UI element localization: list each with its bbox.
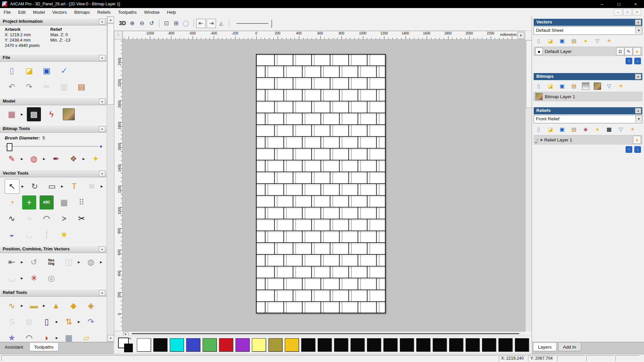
zoom-fit-button[interactable]: ⊞ — [172, 19, 180, 28]
zero-plane-flyout-arrow[interactable]: ▶ — [43, 304, 46, 307]
offset-relief-flyout-arrow[interactable]: ▶ — [56, 320, 58, 323]
fit-arcs-icon[interactable]: ◡ — [22, 228, 36, 242]
palette-swatch-10[interactable] — [285, 338, 299, 352]
undo-icon[interactable]: ↶ — [5, 80, 19, 94]
zero-plane-icon[interactable]: ▬ — [27, 299, 41, 313]
colour-link-icon[interactable]: ∞ — [129, 336, 131, 340]
nesting-icon[interactable]: Nes ting — [44, 255, 58, 269]
palette-swatch-11[interactable] — [301, 338, 315, 352]
save-vector-layer-icon[interactable]: ▣ — [558, 37, 567, 45]
texture-relief-icon[interactable]: ▦ — [62, 331, 76, 342]
zoom-out-button[interactable]: ⊖ — [138, 19, 146, 28]
collapse-relief-tools-button[interactable]: ▲ — [99, 290, 105, 296]
cut-icon[interactable]: ✂ — [40, 80, 54, 94]
bitmap-layer-row[interactable]: Bitmap Layer 1 — [534, 92, 642, 101]
text-on-curve-icon[interactable]: ↺ — [27, 255, 41, 269]
palette-swatch-13[interactable] — [334, 338, 348, 352]
paint-tool-icon[interactable]: ✎ — [5, 152, 19, 166]
align-vectors-icon[interactable]: ⇤ — [5, 255, 19, 269]
delete-bitmap-layer-icon[interactable]: ▽ — [605, 82, 613, 90]
line-width-slider[interactable] — [236, 23, 268, 24]
line-width-handle[interactable]: ⌡ — [270, 19, 274, 27]
zoom-previous-button[interactable]: ↺ — [147, 19, 156, 28]
palette-swatch-5[interactable] — [203, 338, 217, 352]
tab-toolpaths[interactable]: Toolpaths — [29, 343, 59, 351]
mdi-restore-button[interactable]: □ — [623, 9, 632, 15]
view-3d-button[interactable]: 3D — [118, 19, 127, 28]
move-relief-down-button[interactable]: ↓ — [634, 146, 641, 153]
canvas-hscroll-thumb[interactable] — [132, 333, 519, 334]
merge-vector-layers-icon[interactable]: ▤ — [570, 37, 578, 45]
close-button[interactable]: × — [627, 0, 644, 8]
menu-reliefs[interactable]: Reliefs — [94, 8, 114, 16]
relief-texture-icon[interactable]: ▩ — [605, 125, 613, 134]
vector-layer-row[interactable]: ● Default Layer Ω ✎ ● — [534, 47, 642, 56]
fit-vectors-to-bitmap-icon[interactable]: ≋ — [85, 179, 99, 193]
set-lighting-icon[interactable]: ϟ — [44, 107, 58, 121]
palette-swatch-1[interactable] — [137, 338, 151, 352]
colour-palette-icon[interactable]: ❖ — [66, 152, 80, 166]
next-bitmap-layer-button[interactable]: ⇥ — [207, 19, 216, 28]
collapse-vectors-button[interactable]: ▲ — [635, 19, 641, 25]
collapse-reliefs-button[interactable]: ▲ — [635, 108, 641, 114]
group-vectors-flyout-arrow[interactable]: ▶ — [78, 260, 80, 264]
vector-sheet-dropdown[interactable]: Default Sheet ▼ — [534, 26, 642, 35]
collapse-project-information-button[interactable]: ▲ — [99, 19, 105, 24]
paste-icon[interactable]: ▤ — [74, 80, 89, 94]
zoom-box-button[interactable]: ⊡ — [162, 19, 171, 28]
add-relief-icon[interactable]: ▲ — [49, 299, 63, 313]
scroll-up-button[interactable]: ▲ — [107, 16, 114, 23]
interlocking-vectors-icon[interactable]: ◎ — [44, 271, 58, 285]
transform-vectors-icon[interactable]: ↻ — [28, 179, 42, 193]
weld-vectors-icon[interactable]: ◍ — [84, 255, 98, 269]
stack-reliefs-icon[interactable]: ◈ — [581, 125, 590, 134]
dropdown-arrow-icon[interactable]: ▼ — [635, 27, 642, 34]
toggle-relief-visibility-icon[interactable]: ● — [593, 125, 602, 134]
layer-lock-icon[interactable]: Ω — [616, 47, 624, 55]
scale-relief-height-icon[interactable]: ⇅ — [62, 315, 76, 329]
mdi-minimize-button[interactable]: – — [614, 9, 623, 15]
invert-model-icon[interactable]: ▩ — [27, 107, 41, 121]
palette-swatch-2[interactable] — [153, 338, 167, 352]
menu-window[interactable]: Window — [141, 8, 163, 16]
new-bitmap-layer-icon[interactable]: ▯ — [534, 82, 543, 90]
collapse-bitmaps-button[interactable]: ▲ — [635, 74, 641, 79]
collapse-vector-tools-button[interactable]: ▲ — [99, 171, 105, 176]
new-relief-layer-icon[interactable]: ▯ — [534, 125, 543, 134]
maximize-button[interactable]: □ — [610, 0, 627, 8]
merge-bitmap-layers-icon[interactable]: ▤ — [570, 82, 578, 90]
open-bitmap-layer-icon[interactable]: ◪ — [546, 82, 555, 90]
align-vectors-flyout-arrow[interactable]: ▶ — [21, 260, 23, 264]
vector-layer-colour-swatch[interactable]: ● — [535, 48, 543, 55]
block-copy-rotate-icon[interactable]: + — [22, 195, 36, 209]
join-vectors-icon[interactable]: ∫ — [40, 228, 54, 242]
merge-highest-icon[interactable]: ◆ — [66, 299, 80, 313]
brush-diameter-slider[interactable] — [5, 143, 102, 150]
sculpt-icon[interactable]: S — [5, 315, 19, 329]
toggle-layer-visibility-icon[interactable]: ● — [581, 37, 590, 45]
brush-slider-handle[interactable] — [7, 143, 12, 151]
set-model-size-icon[interactable]: ▦ — [5, 107, 19, 121]
2d-view-canvas[interactable] — [122, 40, 525, 331]
new-vector-layer-icon[interactable]: ▯ — [534, 37, 543, 45]
palette-swatch-23[interactable] — [498, 338, 513, 352]
menu-file[interactable]: File — [0, 8, 14, 16]
collapse-file-button[interactable]: ▲ — [99, 55, 105, 61]
palette-swatch-9[interactable] — [268, 338, 282, 352]
collapse-model-button[interactable]: ▲ — [99, 99, 105, 104]
open-vector-layer-icon[interactable]: ◪ — [546, 37, 555, 45]
relief-set-dropdown[interactable]: Front Relief ▼ — [534, 115, 642, 123]
palette-swatch-8[interactable] — [252, 338, 266, 352]
save-model-icon[interactable]: ▣ — [40, 64, 54, 78]
zoom-selection-button[interactable]: ◯ — [181, 19, 190, 28]
previous-bitmap-layer-button[interactable]: ⇤ — [196, 19, 206, 28]
fit-vectors-to-bitmap-flyout-arrow[interactable]: ▶ — [101, 185, 103, 188]
open-relief-layer-icon[interactable]: ◪ — [546, 125, 555, 134]
bitmap-layer-thumbnail[interactable] — [535, 93, 543, 100]
create-star-icon[interactable]: ★ — [57, 228, 71, 242]
new-model-icon[interactable]: ▯ — [5, 64, 19, 78]
flood-fill-icon[interactable]: ◍ — [27, 152, 41, 166]
palette-swatch-16[interactable] — [383, 338, 397, 352]
palette-swatch-24[interactable] — [515, 338, 529, 352]
envelope-distortion-icon[interactable]: ▦ — [57, 195, 71, 209]
